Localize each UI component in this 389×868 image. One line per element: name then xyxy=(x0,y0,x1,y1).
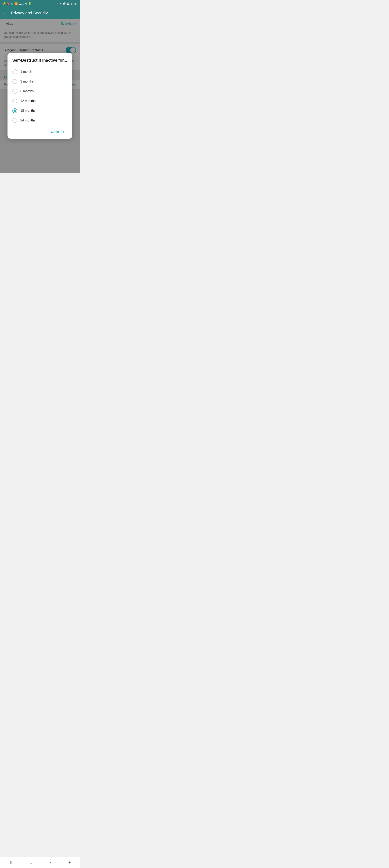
cancel-button[interactable]: Cancel xyxy=(48,128,67,135)
radio-circle-24months xyxy=(12,118,17,123)
time-display: ۱۱:۵۶ xyxy=(71,2,77,5)
network-icon: 4G xyxy=(10,2,13,5)
status-percent: ۴۷درصد xyxy=(19,2,27,5)
radio-option-3months[interactable]: 3 months xyxy=(12,76,67,86)
radio-option-24months[interactable]: 24 months xyxy=(12,116,67,125)
power-icon: ⏻ xyxy=(63,2,66,5)
self-destruct-dialog: Self-Destruct if inactive for... 1 month… xyxy=(7,53,72,139)
photo-icon: 🖼 xyxy=(67,2,69,5)
dot-indicator: • xyxy=(58,2,59,5)
status-right: • ✕ ⏻ 🖼 ۱۱:۵۶ xyxy=(58,2,77,5)
radio-circle-12months xyxy=(12,98,17,103)
back-button[interactable]: ← xyxy=(3,10,8,16)
x-icon: ✕ xyxy=(60,2,62,5)
radio-label-24months: 24 months xyxy=(21,119,36,122)
radio-label-18months: 18 months xyxy=(21,109,36,113)
mute-icon: 🔇 xyxy=(6,2,10,5)
radio-options: 1 month3 months6 months12 months18 month… xyxy=(12,67,67,125)
dialog-actions: Cancel xyxy=(12,126,67,135)
dialog-title: Self-Destruct if inactive for... xyxy=(12,58,67,63)
radio-label-3months: 3 months xyxy=(21,80,34,83)
key-icon: 🔑 xyxy=(2,2,6,5)
radio-option-18months[interactable]: 18 months xyxy=(12,106,67,116)
radio-label-1month: 1 month xyxy=(21,70,32,73)
radio-circle-1month xyxy=(12,69,17,74)
signal-icon: 📶 xyxy=(14,2,18,5)
radio-option-12months[interactable]: 12 months xyxy=(12,96,67,106)
radio-label-12months: 12 months xyxy=(21,99,36,103)
main-content: Invites Everybody You can restrict which… xyxy=(0,19,79,173)
radio-option-6months[interactable]: 6 months xyxy=(12,86,67,96)
status-left: 🔋 ۴۷درصد 📶 4G 🔇 🔑 xyxy=(2,2,31,5)
radio-circle-6months xyxy=(12,89,17,94)
dialog-overlay: Self-Destruct if inactive for... 1 month… xyxy=(0,19,79,173)
top-nav: ← Privacy and Security xyxy=(0,7,79,19)
radio-label-6months: 6 months xyxy=(21,89,34,93)
radio-circle-3months xyxy=(12,79,17,84)
battery-icon: 🔋 xyxy=(28,2,31,5)
radio-circle-18months xyxy=(12,108,17,113)
page-title: Privacy and Security xyxy=(11,11,48,16)
status-bar: 🔋 ۴۷درصد 📶 4G 🔇 🔑 • ✕ ⏻ 🖼 ۱۱:۵۶ xyxy=(0,0,79,7)
radio-option-1month[interactable]: 1 month xyxy=(12,67,67,76)
